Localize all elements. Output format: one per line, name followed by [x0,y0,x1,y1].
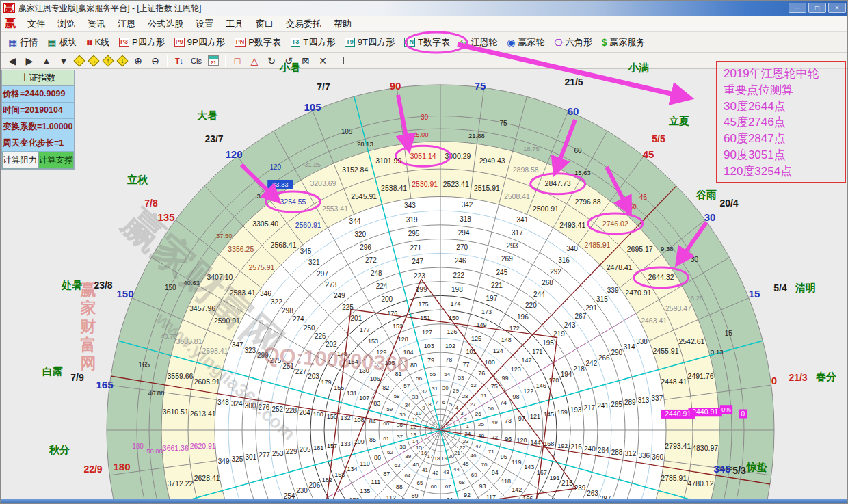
info-row-0: 价格=2440.9099 [2,86,74,103]
toolbar-t-square-button[interactable]: T3T四方形 [286,34,340,51]
note-line-3: 45度2746点 [724,114,838,131]
toolbar-sectors-button[interactable]: ▦板块 [42,34,81,51]
toolbar-p-table-button[interactable]: PNP数字表 [230,34,286,51]
main-toolbar: ▦行情▦板块▮▮K线P3P四方形P99P四方形PNP数字表T3T四方形T99T四… [1,32,848,53]
nav-first-icon: ◀ [9,55,16,66]
triangle-tool-icon: △ [251,55,259,66]
winner-wheel-icon: ◉ [507,38,515,47]
toolbar-hexagon-button[interactable]: ⎔六角形 [549,34,596,51]
toolbar-winner-service-button[interactable]: $赢家服务 [597,34,650,51]
t-icon: T [175,57,180,65]
bottom-status-strip [1,499,848,504]
maximize-button[interactable]: □ [808,3,826,13]
nav-last-icon: ▶ [26,55,34,66]
p-table-icon: PN [235,38,246,47]
t-square-icon: T3 [291,38,301,47]
menu-item-6[interactable]: 工具 [220,16,250,31]
toolbar-quotes-button[interactable]: ▦行情 [3,34,42,51]
toolbar-9p-square-button[interactable]: P99P四方形 [170,34,230,51]
kline-icon: ▮▮ [86,38,92,47]
shrink-icon: ✕ [319,55,327,66]
info-row-1: 时间=20190104 [2,103,74,119]
quotes-label: 行情 [20,36,38,49]
index-name: 上证指数 [2,70,74,86]
toolbar-t-table-button[interactable]: TNT数字表 [399,34,455,51]
hexagon-label: 六角形 [566,36,592,49]
info-row-3: 周天变化步长=1 [2,135,74,152]
sectors-label: 板块 [59,36,77,49]
tool-zoom-in-button[interactable]: ⊕ [130,54,146,68]
gann-wheel-label: 江恩轮 [471,36,497,49]
hexagon-icon: ⎔ [554,38,562,47]
tool-calendar-button[interactable]: 21 [205,54,222,68]
minimize-button[interactable]: ─ [789,3,806,13]
menu-item-0[interactable]: 文件 [21,16,51,31]
index-info-panel: 上证指数 价格=2440.9099时间=20190104变换系数=1.00000… [1,70,75,170]
tool-square-tool-button[interactable]: □ [229,54,246,68]
tool-triangle-tool-button[interactable]: △ [246,54,263,68]
info-row-2: 变换系数=1.00000 [2,119,74,135]
tool-nav-first-button[interactable]: ◀ [4,54,21,68]
t-table-icon: TN [404,38,415,47]
pan-right-icon: → [91,57,97,64]
rotate-cw-icon: ↻ [267,55,276,66]
p-table-label: P数字表 [248,36,281,49]
menu-item-4[interactable]: 公式选股 [142,16,189,31]
toolbar-winner-wheel-button[interactable]: ◉赢家轮 [502,34,549,51]
zoom-in-icon: ⊕ [134,55,142,66]
menu-item-3[interactable]: 江恩 [111,16,142,31]
tool-rotate-cw-button[interactable]: ↻ [263,54,280,68]
tool-zoom-out-button[interactable]: ⊖ [147,54,163,68]
tool-nav-down-button[interactable]: ▼ [55,54,72,68]
annotation-note-box: 2019年江恩轮中轮重要点位测算30度2644点45度2746点60度2847点… [716,61,846,183]
toolbar-p-square-button[interactable]: P3P四方形 [114,34,170,51]
close-button[interactable]: × [828,3,846,13]
app-window: 赢 赢家江恩专业版[赢家服务平台] - [上证指数 江恩轮] ─□× 赢 文件浏… [0,0,848,504]
pan-up-icon: ↑ [107,57,110,64]
menu-item-9[interactable]: 帮助 [328,16,358,31]
p-square-label: P四方形 [132,36,165,49]
tool-pan-right-button[interactable]: → [87,54,101,68]
nav-up-icon: ▲ [42,55,51,66]
app-logo-icon: 赢 [3,3,15,13]
calc-resistance-button[interactable]: 计算阻力 [2,152,38,169]
cls-label: Cls [191,57,202,65]
nav-down-icon: ▼ [59,55,68,66]
note-line-4: 60度2847点 [724,131,838,147]
kline-label: K线 [94,36,109,49]
toolbar-9t-square-button[interactable]: T99T四方形 [340,34,399,51]
tool-box-x-button[interactable]: ⊠ [297,54,314,68]
tool-price-axis-button[interactable]: T↓ [171,54,187,68]
tool-pan-down-button[interactable]: ↓ [116,54,129,68]
toolbar-kline-button[interactable]: ▮▮K线 [81,34,114,51]
tool-select-region-button[interactable] [332,54,348,68]
tool-pan-left-button[interactable]: ← [72,54,86,68]
calendar-icon: 21 [208,55,219,66]
dashed-select-icon [336,57,344,64]
toolbar-separator [167,55,168,67]
tool-shrink-button[interactable]: ✕ [315,54,331,68]
note-line-5: 90度3051点 [724,147,838,163]
note-line-6: 120度3254点 [724,163,838,180]
menu-item-7[interactable]: 窗口 [250,16,280,31]
tool-nav-up-button[interactable]: ▲ [38,54,55,68]
tool-rotate-ccw-button[interactable]: ↺ [280,54,297,68]
tool-pan-up-button[interactable]: ↑ [101,54,115,68]
menu-item-1[interactable]: 浏览 [51,16,81,31]
title-bar: 赢 赢家江恩专业版[赢家服务平台] - [上证指数 江恩轮] ─□× [1,1,848,16]
toolbar-gann-wheel-button[interactable]: ◎江恩轮 [455,34,502,51]
winner-service-label: 赢家服务 [609,36,645,49]
gann-wheel-icon: ◎ [460,38,468,47]
t-square-label: T四方形 [303,36,335,49]
tool-cls-button[interactable]: Cls [188,54,204,68]
sectors-icon: ▦ [47,38,56,47]
winner-wheel-label: 赢家轮 [518,36,544,49]
menu-item-8[interactable]: 交易委托 [280,16,328,31]
note-line-0: 2019年江恩轮中轮 [724,66,838,82]
window-title: 赢家江恩专业版[赢家服务平台] - [上证指数 江恩轮] [18,3,201,14]
calc-support-button[interactable]: 计算支撑 [38,152,75,169]
menu-item-2[interactable]: 资讯 [81,16,111,31]
tool-nav-last-button[interactable]: ▶ [21,54,38,68]
menu-item-5[interactable]: 设置 [189,16,220,31]
p-square-icon: P3 [119,38,129,47]
